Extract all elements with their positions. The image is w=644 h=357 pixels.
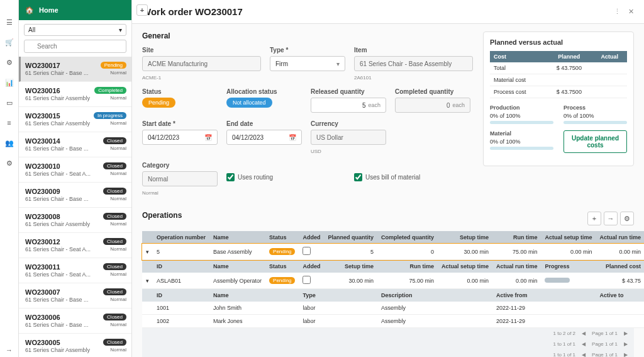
page-title: Work order WO230017 xyxy=(142,6,243,17)
resource-row[interactable]: 1002 Mark Jones labor Assembly 2022-11-2… xyxy=(142,315,644,328)
work-order-item[interactable]: WO230011 61 Series Chair - Seat A... Clo… xyxy=(19,258,131,283)
list-icon[interactable]: ≡ xyxy=(5,118,14,127)
work-order-item[interactable]: WO230006 61 Series Chair - Base ... Clos… xyxy=(19,309,131,334)
calendar-icon: 📅 xyxy=(204,134,212,141)
uses-routing-checkbox[interactable]: Uses routing xyxy=(226,173,345,181)
sub-operation-row[interactable]: ▾ ASLAB01 Assembly Operator Pending 30.0… xyxy=(142,273,644,289)
add-button[interactable]: + xyxy=(136,4,148,16)
expand-toggle[interactable]: ▾ xyxy=(142,244,153,260)
operation-row[interactable]: ▾ 5 Base Assembly Pending 5 0 30.00 min … xyxy=(142,244,644,260)
home-bar: 🏠 Home + xyxy=(19,0,131,20)
status-badge: Pending xyxy=(142,98,175,108)
calendar-icon: 📅 xyxy=(289,134,296,141)
card-icon[interactable]: ▭ xyxy=(5,98,14,107)
home-icon: 🏠 xyxy=(25,6,34,14)
pagination: 1 to 1 of 1 ◀ Page 1 of 1 ▶ xyxy=(142,339,634,349)
completed-qty-label: Completed quantity xyxy=(395,88,470,95)
add-operation-button[interactable]: + xyxy=(587,212,601,225)
page-prev[interactable]: ◀ xyxy=(582,352,586,357)
gear-icon[interactable]: ⚙ xyxy=(5,159,14,167)
hierarchy-icon[interactable]: ⚙ xyxy=(5,58,14,67)
work-order-list: WO230017 61 Series Chair - Base ... Pend… xyxy=(19,57,131,357)
chevron-down-icon: ▾ xyxy=(119,26,122,33)
cart-icon[interactable]: 🛒 xyxy=(5,38,14,47)
work-order-item[interactable]: WO230010 61 Series Chair - Seat A... Clo… xyxy=(19,157,131,183)
pva-table: CostPlannedActual Total$ 43.7500 Materia… xyxy=(490,51,627,98)
settings-button[interactable]: ⚙ xyxy=(620,212,634,225)
completed-qty-field: 0each xyxy=(395,98,470,113)
site-label: Site xyxy=(142,47,261,54)
pva-title: Planned versus actual xyxy=(490,38,627,46)
sidebar: 🏠 Home + All ▾ WO230017 61 Series Chair … xyxy=(19,0,132,357)
search-input[interactable] xyxy=(24,40,126,53)
page-next[interactable]: ▶ xyxy=(624,341,628,347)
start-date-field[interactable]: 04/12/2023📅 xyxy=(142,130,218,145)
filter-select[interactable]: All ▾ xyxy=(24,24,126,36)
category-label: Category xyxy=(142,162,218,169)
released-qty-label: Released quantity xyxy=(311,88,386,95)
work-order-item[interactable]: WO230015 61 Series Chair Assembly In pro… xyxy=(19,107,131,132)
expand-toggle[interactable]: ▾ xyxy=(142,273,153,289)
work-order-item[interactable]: WO230007 61 Series Chair - Base ... Clos… xyxy=(19,283,131,309)
page-next[interactable]: ▶ xyxy=(624,352,628,357)
general-section: General Site ACME Manufacturing ACME-1 T… xyxy=(142,31,473,203)
expand-icon[interactable]: → xyxy=(5,348,14,357)
chart-icon[interactable]: 📊 xyxy=(5,78,14,87)
end-date-label: End date xyxy=(226,120,302,127)
start-date-label: Start date * xyxy=(142,120,218,127)
released-qty-field[interactable]: 5each xyxy=(311,98,386,113)
production-progress xyxy=(490,121,553,124)
allocation-badge: Not allocated xyxy=(226,98,272,108)
chevron-down-icon: ▾ xyxy=(336,60,340,67)
status-label: Status xyxy=(142,88,218,95)
category-field: Normal xyxy=(142,171,218,186)
end-date-field[interactable]: 04/12/2023📅 xyxy=(226,130,302,145)
operations-table: Operation number Name Status Added Plann… xyxy=(142,231,644,328)
main-panel: Work order WO230017 ⋮ ✕ General Site ACM… xyxy=(132,0,644,357)
home-label: Home xyxy=(39,6,58,14)
page-prev[interactable]: ◀ xyxy=(582,341,586,347)
close-icon[interactable]: ✕ xyxy=(628,8,634,16)
item-field: 61 Series Chair - Base Assembly xyxy=(354,56,473,71)
added-checkbox[interactable] xyxy=(303,247,311,255)
site-field: ACME Manufacturing xyxy=(142,56,261,71)
allocation-label: Allocation status xyxy=(226,88,302,95)
menu-icon[interactable]: ☰ xyxy=(5,18,14,26)
work-order-item[interactable]: WO230005 61 Series Chair Assembly Closed… xyxy=(19,334,131,357)
type-label: Type * xyxy=(270,47,345,54)
page-prev[interactable]: ◀ xyxy=(582,331,586,336)
item-label: Item xyxy=(354,47,473,54)
main-header: Work order WO230017 ⋮ ✕ xyxy=(132,0,644,24)
work-order-item[interactable]: WO230016 61 Series Chair Assembly Comple… xyxy=(19,82,131,107)
currency-label: Currency xyxy=(311,120,386,127)
uses-bom-checkbox[interactable]: Uses bill of material xyxy=(354,173,473,181)
material-progress xyxy=(490,147,553,150)
work-order-item[interactable]: WO230009 61 Series Chair - Base ... Clos… xyxy=(19,183,131,208)
pagination: 1 to 1 of 1 ◀ Page 1 of 1 ▶ xyxy=(142,349,634,357)
added-checkbox[interactable] xyxy=(303,276,311,284)
operations-title: Operations xyxy=(142,211,182,220)
type-select[interactable]: Firm▾ xyxy=(270,56,345,71)
currency-field: US Dollar xyxy=(311,130,386,145)
work-order-item[interactable]: WO230008 61 Series Chair Assembly Closed… xyxy=(19,208,131,233)
nav-rail: ☰ 🛒 ⚙ 📊 ▭ ≡ 👥 ⚙ → xyxy=(0,0,19,357)
update-planned-costs-button[interactable]: Update planned costs xyxy=(564,130,627,153)
resource-row[interactable]: 1001 John Smith labor Assembly 2022-11-2… xyxy=(142,302,644,315)
work-order-item[interactable]: WO230017 61 Series Chair - Base ... Pend… xyxy=(19,57,131,82)
page-next[interactable]: ▶ xyxy=(624,331,628,336)
people-icon[interactable]: 👥 xyxy=(5,139,14,147)
process-progress xyxy=(564,121,627,124)
general-title: General xyxy=(142,31,473,40)
planned-vs-actual-card: Planned versus actual CostPlannedActual … xyxy=(483,31,634,166)
pagination: 1 to 2 of 2 ◀ Page 1 of 1 ▶ xyxy=(142,328,634,339)
progress-bar xyxy=(545,278,570,283)
more-icon[interactable]: ⋮ xyxy=(614,8,621,16)
work-order-item[interactable]: WO230012 61 Series Chair - Seat A... Clo… xyxy=(19,233,131,258)
next-button[interactable]: → xyxy=(604,212,618,225)
work-order-item[interactable]: WO230014 61 Series Chair - Base ... Clos… xyxy=(19,132,131,157)
